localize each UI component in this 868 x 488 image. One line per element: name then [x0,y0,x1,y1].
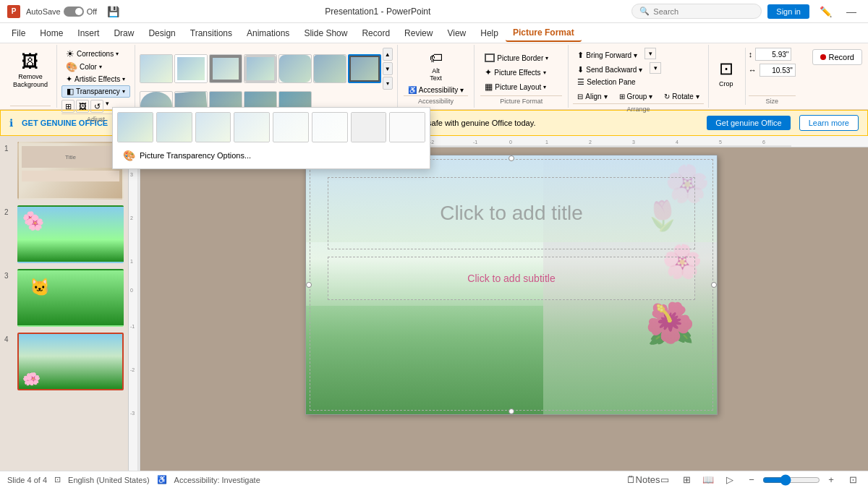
bring-forward-split[interactable]: ▾ [644,48,656,59]
slide-canvas[interactable]: 🌸 🌷 🌸 🌺 [305,155,718,415]
learn-more-button[interactable]: Learn more [799,115,859,131]
zoom-in-button[interactable]: + [823,472,839,488]
style-thumb-7[interactable] [348,54,381,83]
remove-background-button[interactable]: 🖼 RemoveBackground [10,45,51,95]
search-input[interactable] [653,7,754,16]
menu-review[interactable]: Review [397,25,440,41]
normal-view-button[interactable]: ▭ [657,472,673,488]
slide-title-area[interactable]: Click to add title [328,177,695,249]
save-button[interactable]: 💾 [103,4,124,19]
menu-record[interactable]: Record [354,25,397,41]
trans-preset-0[interactable] [117,112,153,142]
trans-preset-2[interactable] [195,112,231,142]
alt-text-button[interactable]: 🏷 AltText [418,48,454,85]
gallery-nav-up[interactable]: ▲ [383,48,393,61]
notes-button[interactable]: 🗒 Notes [635,472,651,488]
selection-pane-button[interactable]: ☰ Selection Pane [573,77,704,87]
slide-preview-1[interactable]: Title [17,142,124,200]
picture-layout-button[interactable]: ▦ Picture Layout ▾ [480,80,562,94]
style-thumb-3[interactable] [209,54,242,83]
picture-border-button[interactable]: Picture Border ▾ [480,51,562,65]
minimize-button[interactable]: — [842,4,861,19]
presentation-view-button[interactable]: ▷ [722,472,738,488]
slide-sorter-button[interactable]: ⊞ [678,472,694,488]
gallery-expand[interactable]: ▾ [383,77,393,90]
height-input[interactable] [755,48,791,61]
rotate-button[interactable]: ↻ Rotate ▾ [660,89,703,103]
menu-help[interactable]: Help [473,25,506,41]
menu-insert[interactable]: Insert [70,25,106,41]
picture-effects-button[interactable]: ✦ Picture Effects ▾ [480,65,562,80]
change-picture-button[interactable]: 🖼 [76,100,89,113]
reset-chevron[interactable]: ▾ [106,100,109,113]
autosave-toggle[interactable]: AutoSave Off [26,7,97,17]
svg-text:4: 4 [676,140,678,145]
trans-preset-6[interactable] [351,112,387,142]
crop-group: ⊡ Crop [713,48,746,105]
send-backward-split[interactable]: ▾ [650,62,661,74]
reading-view-button[interactable]: 📖 [700,472,716,488]
size-group: ⊡ Crop ↕ ↔ Size [709,45,800,108]
handle-bottom[interactable] [509,408,514,414]
style-thumb-6[interactable] [313,54,346,83]
crop-button[interactable]: ⊡ Crop [713,48,739,98]
trans-preset-7[interactable] [389,112,425,142]
compress-button[interactable]: ⊞ [61,100,75,113]
trans-preset-1[interactable] [156,112,192,142]
menu-view[interactable]: View [440,25,473,41]
menu-slideshow[interactable]: Slide Show [297,25,354,41]
width-input[interactable] [760,64,796,77]
handle-right[interactable] [711,282,717,288]
handle-top[interactable] [509,155,514,161]
zoom-slider[interactable] [762,474,820,486]
transparency-options-menu-item[interactable]: 🎨 Picture Transparency Options... [117,147,425,164]
arrange-top-row: ⬆ Bring Forward ▾ ▾ [573,48,704,62]
menu-file[interactable]: File [4,25,33,41]
trans-preset-5[interactable] [312,112,348,142]
slide-subtitle-area[interactable]: Click to add subtitle [328,257,695,300]
menu-transitions[interactable]: Transitions [183,25,239,41]
style-thumb-5[interactable] [278,54,312,83]
transparency-button[interactable]: ◧ Transparency ▾ [61,85,130,98]
color-button[interactable]: 🎨 Color ▾ [61,61,130,73]
style-thumb-1[interactable] [140,54,173,83]
bring-forward-button[interactable]: ⬆ Bring Forward ▾ [573,48,642,62]
gallery-nav-down[interactable]: ▼ [383,62,393,75]
slide-preview-4[interactable]: 🌸 [17,333,124,390]
autosave-switch[interactable] [64,7,84,17]
alt-text-label: AltText [430,67,442,82]
menu-picture-format[interactable]: Picture Format [506,25,582,42]
get-office-button[interactable]: Get genuine Office [707,116,791,130]
slide-num-3: 3 [4,272,13,280]
align-button[interactable]: ⊟ Align ▾ [573,89,611,103]
app-icon: P [7,5,20,18]
sign-in-button[interactable]: Sign in [767,4,809,19]
slide-thumb-3: 3 🐱 [4,269,124,327]
send-backward-button[interactable]: ⬇ Send Backward ▾ [573,62,647,77]
pen-icon[interactable]: ✏️ [815,4,836,19]
trans-preset-3[interactable] [234,112,270,142]
menu-draw[interactable]: Draw [106,25,141,41]
style-thumb-2[interactable] [174,54,208,83]
fit-slide-button[interactable]: ⊡ [845,472,861,488]
accessibility-button[interactable]: ♿ Accessibility ▾ [404,85,468,95]
slide-preview-2[interactable]: 🌸 [17,205,124,263]
corrections-button[interactable]: ☀ Corrections ▾ [61,48,130,60]
group-button[interactable]: ⊞ Group ▾ [615,89,658,103]
bring-forward-icon: ⬆ [577,51,584,60]
slide-preview-3[interactable]: 🐱 [17,269,124,327]
record-button[interactable]: Record [812,49,862,65]
rotate-chevron: ▾ [696,93,699,100]
color-label: Color [80,63,97,71]
menu-design[interactable]: Design [141,25,182,41]
reset-picture-button[interactable]: ↺ [90,100,103,113]
zoom-out-button[interactable]: − [744,472,760,488]
menu-home[interactable]: Home [33,25,70,41]
handle-left[interactable] [306,282,312,288]
artistic-effects-button[interactable]: ✦ Artistic Effects ▾ [61,74,130,85]
trans-preset-4[interactable] [273,112,309,142]
menu-animations[interactable]: Animations [239,25,297,41]
record-label: Record [829,53,854,61]
style-thumb-4[interactable] [244,54,277,83]
search-box[interactable]: 🔍 [631,4,762,19]
